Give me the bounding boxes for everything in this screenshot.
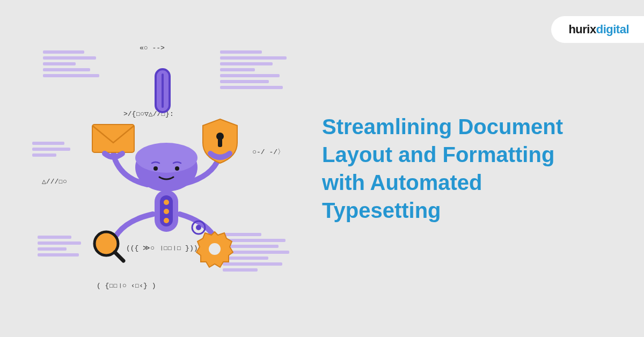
envelope-icon	[92, 124, 134, 152]
crescent-icon	[79, 163, 89, 182]
robot-illustration: «○ --> >/{☐○▽△//☐}: ○-/ -/〉 △///☐○ (({ ≫…	[32, 29, 301, 308]
svg-line-5	[115, 252, 123, 261]
magnifier-icon	[94, 232, 123, 261]
svg-point-14	[164, 209, 169, 214]
svg-point-15	[164, 218, 169, 223]
svg-point-8	[196, 225, 201, 230]
svg-rect-3	[218, 138, 222, 147]
svg-rect-1	[92, 124, 134, 152]
robot-svg	[54, 50, 279, 287]
svg-point-11	[175, 166, 179, 171]
logo-part-2: digital	[596, 23, 629, 36]
svg-point-9	[135, 143, 197, 173]
gear-icon	[196, 232, 233, 267]
svg-point-10	[153, 166, 158, 171]
brand-logo: hurixdigital	[568, 23, 629, 36]
page-title: Streamlining Document Layout and Formatt…	[322, 113, 590, 224]
headline-block: Streamlining Document Layout and Formatt…	[301, 113, 612, 224]
main-content: «○ --> >/{☐○▽△//☐}: ○-/ -/〉 △///☐○ (({ ≫…	[0, 0, 644, 337]
svg-point-6	[209, 243, 221, 255]
brand-logo-badge: hurixdigital	[551, 16, 644, 43]
logo-part-1: hurix	[568, 23, 596, 36]
svg-point-13	[164, 200, 169, 205]
